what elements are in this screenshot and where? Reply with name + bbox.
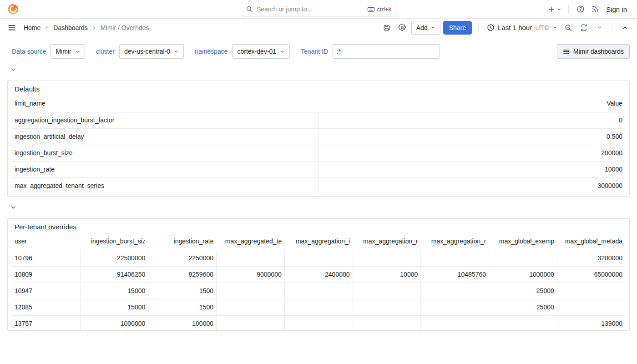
chevron-right-icon [44,25,50,30]
datasource-label: Data source [7,44,51,59]
variables-row: Data source Mimir cluster dev-us-central… [7,44,630,59]
timezone-label: UTC [535,24,549,31]
table-cell: 100000 [148,315,217,331]
divider [478,23,479,32]
tenant-variable: Tenant ID [296,44,440,59]
table-cell [353,315,421,331]
save-dashboard-button[interactable] [380,21,393,35]
column-header-label: max_global_exemp [499,238,554,245]
table-cell [421,299,489,315]
chevron-down-icon [10,66,16,73]
column-header[interactable]: max_aggregation_r [353,233,421,250]
datasource-select[interactable]: Mimir [51,44,85,59]
table-cell: 3200000 [557,250,625,266]
table-cell: 8259600 [148,266,217,283]
help-icon [576,5,585,13]
table-row: 107962250000022500003200000 [12,250,625,266]
dashboard-row-header [7,202,630,212]
row-collapse-button[interactable] [7,66,19,74]
refresh-button[interactable] [577,21,590,35]
column-header[interactable]: max_global_exemp [489,233,557,250]
table-cell [421,315,489,331]
breadcrumb-home[interactable]: Home [21,24,43,31]
collapse-toolbar-button[interactable] [619,21,632,35]
refresh-interval-button[interactable] [593,21,606,35]
column-header[interactable]: max_aggregation_i [284,233,353,250]
column-header-label: ingestion_rate [174,238,214,245]
namespace-value: cortex-dev-01 [237,48,276,55]
column-header[interactable]: limit_name [12,95,318,112]
breadcrumb-dashboards[interactable]: Dashboards [51,24,91,31]
new-button[interactable] [546,2,563,16]
news-button[interactable] [589,2,602,16]
grafana-logo-icon[interactable] [7,3,19,15]
column-header[interactable]: user [12,233,80,250]
table-header-row: useringestion_burst_sizingestion_ratemax… [12,233,625,250]
table-cell: 2250000 [148,250,217,266]
table-cell [557,283,625,299]
share-button[interactable]: Share [443,21,472,35]
table-cell: max_aggregated_tenant_series [12,177,318,194]
datasource-variable: Data source Mimir [7,44,85,59]
table-cell: 10947 [12,283,80,299]
column-header-label: ingestion_burst_siz [91,238,146,245]
mimir-dashboards-button[interactable]: Mimir dashboards [557,44,630,59]
datasource-value: Mimir [56,48,71,55]
search-shortcut: ctrl+k [367,5,391,13]
tenant-id-input[interactable] [333,44,440,59]
table-row: ingestion_burst_size200000 [12,145,625,161]
chevron-down-icon [556,7,561,12]
namespace-select[interactable]: cortex-dev-01 [232,44,290,59]
zoom-out-time-button[interactable] [562,21,575,35]
column-header[interactable]: max_global_metada [557,233,625,250]
table-row: ingestion_rate10000 [12,161,625,177]
time-range-picker[interactable]: Last 1 hour UTC [485,24,559,31]
table-cell: 1500 [148,299,217,315]
column-header-label: limit_name [15,100,46,107]
dashboard-settings-button[interactable] [396,21,409,35]
table-cell: 12085 [12,299,80,315]
add-button[interactable]: Add [411,21,440,35]
column-header[interactable]: max_aggregated_te [217,233,285,250]
column-header[interactable]: ingestion_rate [148,233,217,250]
column-header[interactable]: Value [318,95,625,112]
table-row: 137571000000100000139000 [12,315,625,331]
table-cell [217,250,285,266]
panel-title: Defaults [8,81,629,95]
search-input[interactable]: Search or jump to... ctrl+k [241,2,396,16]
overrides-table: useringestion_burst_sizingestion_ratemax… [12,233,625,331]
panel-title: Per-tenant overrides [8,219,629,233]
table-cell: 10809 [12,266,80,283]
table-cell [217,283,285,299]
table-cell: 2400000 [284,266,353,283]
table-cell: ingestion_rate [12,161,318,177]
column-header-label: max_aggregation_r [363,238,418,245]
cluster-select[interactable]: dev-us-central-0 [119,44,184,59]
column-header[interactable]: ingestion_burst_siz [80,233,148,250]
table-cell: 0 [318,112,625,128]
table-cell: 10796 [12,250,80,266]
table-cell: 10485760 [421,266,489,283]
table-cell [557,299,625,315]
dashboard-row-header [7,65,630,75]
table-cell: 3000000 [318,177,625,194]
defaults-panel: Defaults limit_nameValueaggregation_inge… [7,81,630,197]
chevron-down-icon [75,49,80,54]
row-collapse-button[interactable] [7,203,19,212]
table-cell: 139000 [557,315,625,331]
add-button-label: Add [416,24,428,31]
table-cell [284,283,353,299]
namespace-variable: namespace cortex-dev-01 [190,44,290,59]
table-cell: 22500000 [80,250,148,266]
column-header[interactable]: max_aggregation_r [421,233,489,250]
table-cell [284,250,353,266]
sign-in-button[interactable]: Sign in [603,5,630,13]
table-cell [489,315,557,331]
chevron-right-icon [91,25,97,30]
clock-icon [487,24,495,31]
dashboard-toolbar: Home Dashboards Mimir / Overrides [0,19,637,36]
mega-menu-button[interactable] [5,21,18,35]
chevron-down-icon [552,25,557,30]
table-cell [421,250,489,266]
help-button[interactable] [574,2,587,16]
